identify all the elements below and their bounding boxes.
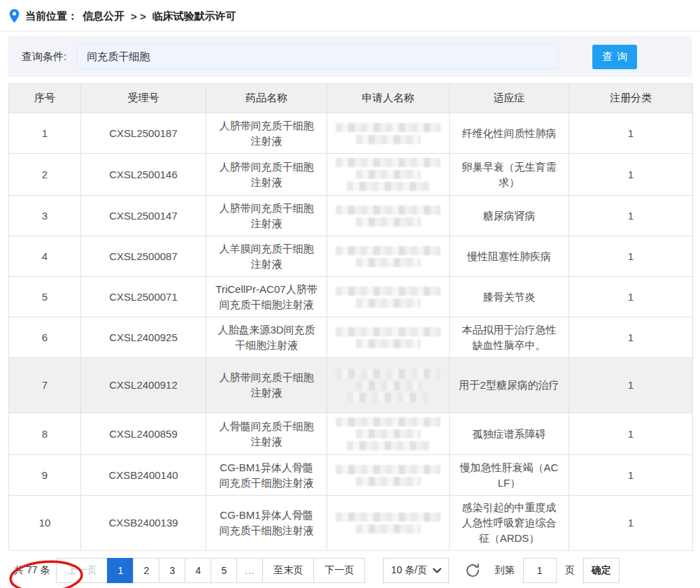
- cell-seq: 4: [9, 236, 81, 277]
- redacted-applicant-blur: [336, 369, 440, 402]
- page-ellipsis[interactable]: ...: [236, 558, 263, 583]
- redacted-applicant-blur: [336, 206, 440, 227]
- breadcrumb: 当前位置： 信息公开 > > 临床试验默示许可: [0, 0, 700, 31]
- cell-acceptance-no: CXSL2400859: [81, 413, 206, 455]
- cell-acceptance-no: CXSL2500071: [81, 277, 206, 317]
- redacted-applicant-blur: [336, 512, 440, 533]
- search-label: 查询条件:: [22, 50, 66, 64]
- page-button-4[interactable]: 4: [185, 558, 211, 583]
- cell-drug-name: 人脐带间充质干细胞注射液: [206, 196, 327, 236]
- cell-category: 1: [569, 317, 693, 358]
- table-row: 4 CXSL2500087 人羊膜间充质干细胞注射液 慢性阻塞性肺疾病 1: [9, 236, 693, 277]
- cell-category: 1: [569, 154, 693, 196]
- cell-acceptance-no: CXSL2400912: [81, 358, 206, 413]
- goto-page-suffix: 页: [565, 564, 575, 577]
- redacted-applicant-blur: [336, 465, 440, 486]
- cell-applicant: [327, 236, 450, 277]
- table-body: 1 CXSL2500187 人脐带间充质干细胞注射液 纤维化性间质性肺病 1 2…: [9, 113, 693, 551]
- redacted-applicant-blur: [336, 287, 440, 308]
- page-size-value: 10 条/页: [391, 564, 427, 577]
- cell-category: 1: [569, 196, 693, 236]
- cell-indication: 慢性阻塞性肺疾病: [450, 236, 569, 277]
- goto-page-prefix: 到第: [495, 564, 515, 577]
- cell-drug-name: 人脐带间充质干细胞注射液: [206, 113, 327, 154]
- confirm-button[interactable]: 确定: [583, 558, 620, 583]
- cell-drug-name: CG-BM1异体人骨髓间充质干细胞注射液: [206, 496, 327, 551]
- cell-drug-name: CG-BM1异体人骨髓间充质干细胞注射液: [206, 455, 327, 496]
- cell-applicant: [327, 113, 450, 154]
- breadcrumb-prefix: 当前位置：: [25, 10, 78, 23]
- goto-page-input[interactable]: [523, 558, 557, 583]
- cell-category: 1: [569, 455, 693, 496]
- header-category: 注册分类: [569, 84, 693, 113]
- cell-acceptance-no: CXSL2500146: [81, 154, 206, 196]
- breadcrumb-item-info-disclosure[interactable]: 信息公开: [83, 10, 124, 23]
- cell-applicant: [327, 196, 450, 236]
- cell-acceptance-no: CXSL2500187: [81, 113, 206, 154]
- cell-drug-name: TriCellPr-AC07人脐带间充质干细胞注射液: [206, 277, 327, 317]
- table-row: 10 CXSB2400139 CG-BM1异体人骨髓间充质干细胞注射液 感染引起…: [9, 496, 693, 551]
- table-header-row: 序号 受理号 药品名称 申请人名称 适应症 注册分类: [9, 84, 693, 113]
- page-button-5[interactable]: 5: [210, 558, 237, 583]
- refresh-icon[interactable]: [464, 562, 481, 579]
- cell-category: 1: [569, 496, 693, 551]
- cell-seq: 8: [9, 413, 81, 455]
- cell-category: 1: [569, 277, 693, 317]
- breadcrumb-item-current: 临床试验默示许可: [152, 10, 236, 23]
- breadcrumb-separator: > >: [131, 10, 146, 22]
- chevron-down-icon: [433, 568, 441, 573]
- cell-seq: 10: [9, 496, 81, 551]
- cell-applicant: [327, 455, 450, 496]
- prev-page-button[interactable]: 上一页: [56, 558, 108, 583]
- results-table: 序号 受理号 药品名称 申请人名称 适应症 注册分类 1 CXSL2500187…: [8, 83, 693, 551]
- table-row: 3 CXSL2500147 人脐带间充质干细胞注射液 糖尿病肾病 1: [9, 196, 693, 236]
- cell-indication: 本品拟用于治疗急性缺血性脑卒中。: [450, 317, 569, 358]
- cell-acceptance-no: CXSL2500087: [81, 236, 206, 277]
- cell-applicant: [327, 277, 450, 317]
- cell-indication: 慢加急性肝衰竭（ACLF）: [450, 455, 569, 496]
- redacted-applicant-blur: [336, 246, 440, 267]
- cell-indication: 纤维化性间质性肺病: [450, 113, 569, 154]
- cell-acceptance-no: CXSL2500147: [81, 196, 206, 236]
- search-button[interactable]: 查询: [592, 45, 637, 69]
- table-row: 9 CXSB2400140 CG-BM1异体人骨髓间充质干细胞注射液 慢加急性肝…: [9, 455, 693, 496]
- cell-acceptance-no: CXSB2400140: [81, 455, 206, 496]
- cell-applicant: [327, 358, 450, 413]
- cell-acceptance-no: CXSL2400925: [81, 317, 206, 358]
- table-row: 5 CXSL2500071 TriCellPr-AC07人脐带间充质干细胞注射液…: [9, 277, 693, 317]
- page: 当前位置： 信息公开 > > 临床试验默示许可 查询条件: 查询 序号 受理号 …: [0, 0, 700, 588]
- cell-applicant: [327, 496, 450, 551]
- cell-drug-name: 人羊膜间充质干细胞注射液: [206, 236, 327, 277]
- next-page-button[interactable]: 下一页: [313, 558, 365, 583]
- header-indication: 适应症: [450, 84, 569, 113]
- cell-category: 1: [569, 113, 693, 154]
- page-button-3[interactable]: 3: [159, 558, 185, 583]
- page-button-1[interactable]: 1: [107, 558, 134, 583]
- search-panel: 查询条件: 查询: [8, 36, 692, 77]
- cell-drug-name: 人脐带间充质干细胞注射液: [206, 358, 327, 413]
- cell-indication: 用于2型糖尿病的治疗: [450, 358, 569, 413]
- cell-category: 1: [569, 413, 693, 455]
- cell-seq: 3: [9, 196, 81, 236]
- cell-category: 1: [569, 236, 693, 277]
- location-pin-icon: [8, 8, 20, 24]
- header-drug-name: 药品名称: [206, 84, 327, 113]
- table-row: 2 CXSL2500146 人脐带间充质干细胞注射液 卵巢早衰（无生育需求） 1: [9, 154, 693, 196]
- cell-indication: 感染引起的中重度成人急性呼吸窘迫综合征（ARDS）: [450, 496, 569, 551]
- table-row: 6 CXSL2400925 人胎盘来源3D间充质干细胞注射液 本品拟用于治疗急性…: [9, 317, 693, 358]
- table-row: 1 CXSL2500187 人脐带间充质干细胞注射液 纤维化性间质性肺病 1: [9, 113, 693, 154]
- page-size-select[interactable]: 10 条/页: [383, 558, 448, 583]
- last-page-button[interactable]: 至末页: [262, 558, 314, 583]
- pagination-bar: 共 77 条 上一页 1 2 3 4 5 ... 至末页 下一页 10 条/页 …: [8, 558, 692, 583]
- header-applicant: 申请人名称: [327, 84, 450, 113]
- search-input[interactable]: [76, 44, 559, 69]
- page-button-2[interactable]: 2: [133, 558, 159, 583]
- cell-category: 1: [569, 358, 693, 413]
- total-count: 共 77 条: [8, 564, 57, 577]
- redacted-applicant-blur: [336, 327, 440, 348]
- cell-indication: 孤独症谱系障碍: [450, 413, 569, 455]
- cell-seq: 7: [9, 358, 81, 413]
- cell-seq: 1: [9, 113, 81, 154]
- table-row: 7 CXSL2400912 人脐带间充质干细胞注射液 用于2型糖尿病的治疗 1: [9, 358, 693, 413]
- cell-seq: 2: [9, 154, 81, 196]
